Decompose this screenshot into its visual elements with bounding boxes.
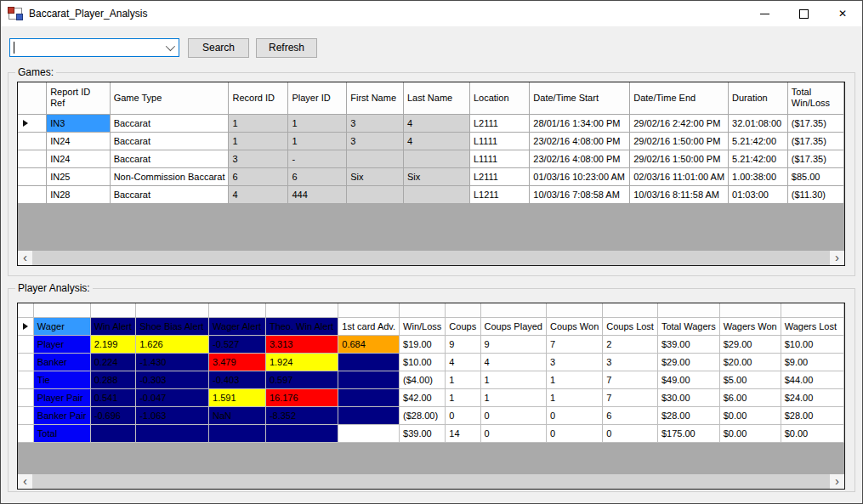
cell[interactable]: $175.00 [657,424,719,442]
cell[interactable]: 0.684 [338,335,400,353]
cell[interactable]: ($11.30) [787,185,843,203]
cell[interactable] [136,424,209,442]
cell[interactable]: 01/03/16 10:23:00 AM [530,167,630,185]
cell[interactable]: ($17.35) [787,114,843,132]
cell[interactable]: 23/02/16 4:08:00 PM [530,150,630,167]
cell[interactable] [404,185,470,203]
cell[interactable]: Coups [446,317,480,335]
cell[interactable]: 02/03/16 11:01:00 AM [630,167,729,185]
cell[interactable]: L2111 [469,167,529,185]
column-header[interactable] [781,303,843,317]
cell[interactable]: 7 [603,371,658,388]
corner-header[interactable] [18,82,47,114]
cell[interactable]: $39.00 [400,424,446,442]
cell[interactable]: 14 [446,424,480,442]
cell[interactable]: 4 [446,353,480,371]
cell[interactable]: 5.21:42:00 [729,132,788,150]
cell[interactable]: $6.00 [719,388,781,406]
cell[interactable]: 1 [547,388,603,406]
wager-label-cell[interactable]: Player [33,335,90,353]
cell[interactable]: 0 [480,424,547,442]
row-header[interactable] [18,353,33,371]
cell[interactable]: -8.352 [265,406,338,424]
column-header[interactable] [446,303,480,317]
cell[interactable] [347,150,404,167]
cell[interactable] [209,424,266,442]
cell[interactable]: 1 [229,132,288,150]
cell[interactable]: 4 [404,132,470,150]
cell[interactable] [90,424,135,442]
row-header[interactable] [18,371,33,388]
column-header[interactable] [209,303,266,317]
cell[interactable]: L1211 [469,185,529,203]
column-header[interactable]: Location [469,82,529,114]
cell[interactable]: $42.00 [400,388,446,406]
cell[interactable]: Wagers Won [719,317,781,335]
column-header[interactable] [603,303,658,317]
cell[interactable]: 6 [229,167,288,185]
cell[interactable]: -0.527 [209,335,266,353]
scroll-right-button[interactable]: › [830,251,844,265]
minimize-button[interactable] [745,1,784,26]
cell[interactable]: 29/02/16 1:50:00 PM [630,132,729,150]
cell[interactable]: 6 [288,167,347,185]
cell[interactable]: Non-Commission Baccarat [110,167,229,185]
cell[interactable]: 3.313 [265,335,338,353]
cell[interactable]: ($4.00) [400,371,446,388]
cell[interactable]: Coups Won [547,317,603,335]
cell[interactable]: Win Alert [90,317,135,335]
refresh-button[interactable]: Refresh [256,38,317,58]
cell[interactable]: 0 [480,406,547,424]
cell[interactable]: 01:03:00 [729,185,788,203]
column-header[interactable]: Total Win/Loss [787,82,843,114]
cell[interactable]: 1.924 [265,353,338,371]
cell[interactable] [347,185,404,203]
maximize-button[interactable] [784,1,823,26]
selected-cell[interactable]: IN3 [47,114,110,132]
scroll-left-button[interactable]: ‹ [18,251,32,265]
cell[interactable] [338,353,400,371]
cell[interactable]: 0.224 [90,353,135,371]
search-button[interactable]: Search [188,38,249,58]
scrollbar-thumb[interactable] [32,251,830,265]
chevron-down-icon[interactable] [166,42,175,51]
cell[interactable]: 9 [480,335,547,353]
cell[interactable]: 2.199 [90,335,135,353]
cell[interactable]: 3 [229,150,288,167]
cell[interactable]: 16.176 [265,388,338,406]
cell[interactable]: 10/03/16 8:11:58 AM [630,185,729,203]
cell[interactable]: ($28.00) [400,406,446,424]
corner-header[interactable] [18,303,33,317]
cell[interactable]: 0.597 [265,371,338,388]
column-header[interactable] [136,303,209,317]
cell[interactable]: L1111 [469,150,529,167]
cell[interactable]: 1 [446,388,480,406]
cell[interactable]: 4 [480,353,547,371]
cell[interactable]: -0.047 [136,388,209,406]
cell[interactable]: IN24 [47,150,110,167]
cell[interactable]: 1 [480,388,547,406]
cell[interactable]: 3.479 [209,353,266,371]
games-horizontal-scrollbar[interactable]: ‹ › [18,251,844,265]
row-header[interactable] [18,424,33,442]
cell[interactable]: -1.430 [136,353,209,371]
column-header[interactable]: Record ID [229,82,288,114]
wager-label-cell[interactable]: Tie [33,371,90,388]
column-header[interactable] [480,303,547,317]
cell[interactable]: 9 [446,335,480,353]
cell[interactable]: Coups Lost [603,317,658,335]
cell[interactable]: -0.303 [136,371,209,388]
column-header[interactable] [547,303,603,317]
cell[interactable] [338,388,400,406]
column-header[interactable]: Player ID [288,82,347,114]
cell[interactable]: 32.01:08:00 [729,114,788,132]
cell[interactable]: ($17.35) [787,150,843,167]
column-header[interactable]: Last Name [404,82,470,114]
cell[interactable]: 4 [404,114,470,132]
cell[interactable]: $44.00 [781,371,843,388]
cell[interactable]: 7 [547,335,603,353]
row-header[interactable] [18,132,47,150]
cell[interactable]: 28/01/16 1:34:00 PM [530,114,630,132]
cell[interactable]: 1 [288,132,347,150]
row-header[interactable] [18,167,47,185]
